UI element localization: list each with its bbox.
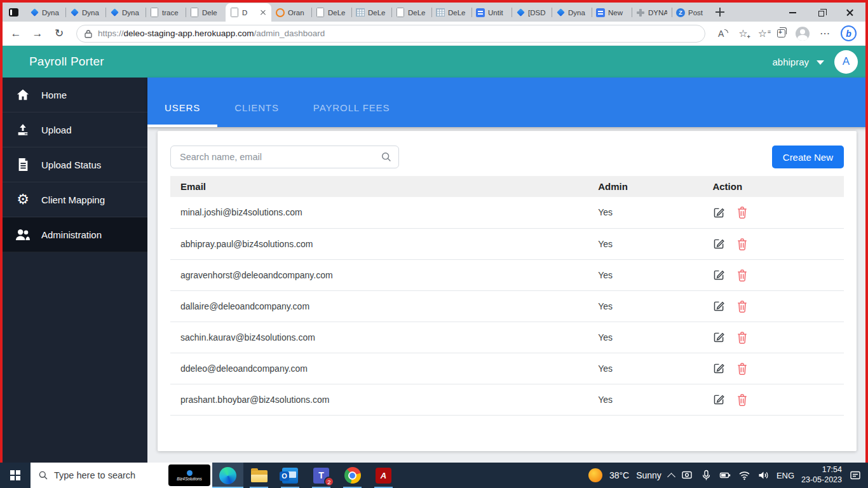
tab-actions-button[interactable] <box>5 4 22 20</box>
microphone-icon[interactable] <box>700 470 712 481</box>
add-favorite-icon[interactable]: ☆ <box>738 29 747 39</box>
browser-profile-icon[interactable] <box>796 27 810 41</box>
sidebar-item-label: Home <box>41 90 67 100</box>
tab-label: DeLe <box>448 9 467 17</box>
edit-button[interactable] <box>712 299 726 313</box>
tab-label: [DSD <box>528 9 547 17</box>
read-aloud-icon[interactable]: A <box>718 29 728 39</box>
favorites-icon[interactable]: ☆ <box>758 29 767 39</box>
edit-button[interactable] <box>712 268 726 281</box>
browser-tab-active[interactable]: D <box>226 3 271 22</box>
edit-button[interactable] <box>712 237 726 250</box>
taskbar-search[interactable]: Type here to search Biz4Solutions <box>31 463 212 488</box>
minimize-button[interactable] <box>778 3 807 22</box>
admin-cell: Yes <box>588 197 702 228</box>
delete-button[interactable] <box>736 237 749 251</box>
refresh-button[interactable]: ↻ <box>50 27 69 40</box>
address-bar[interactable]: https://deleo-staging-app.herokuapp.com/… <box>76 25 705 43</box>
taskbar-app-chrome[interactable] <box>337 463 368 488</box>
start-button[interactable] <box>0 463 31 488</box>
tab-label: PAYROLL FEES <box>313 102 390 113</box>
email-cell: ddeleo@deleoandcompany.com <box>170 353 588 384</box>
taskbar-app-edge[interactable] <box>212 463 243 488</box>
edit-button[interactable] <box>712 206 726 219</box>
time: 17:54 <box>822 465 842 474</box>
back-button[interactable]: ← <box>6 27 25 40</box>
delete-button[interactable] <box>736 393 749 407</box>
collections-icon[interactable] <box>777 29 785 37</box>
browser-tab[interactable]: Dyna <box>65 3 105 22</box>
forward-button[interactable]: → <box>28 27 47 40</box>
taskbar-search-placeholder: Type here to search <box>54 470 163 480</box>
sidebar-item-home[interactable]: Home <box>0 78 147 112</box>
taskbar-app-acrobat[interactable] <box>368 463 399 488</box>
browser-tab[interactable]: [DSD <box>512 3 552 22</box>
browser-tab[interactable]: Dele <box>186 3 226 22</box>
language-indicator[interactable]: ENG <box>776 471 794 480</box>
admin-cell: Yes <box>588 259 702 290</box>
weather-sun-icon[interactable] <box>588 468 602 482</box>
show-hidden-icons-icon[interactable] <box>667 473 675 481</box>
delete-button[interactable] <box>736 205 749 219</box>
delete-button[interactable] <box>736 362 749 376</box>
browser-tab[interactable]: Dyna <box>105 3 146 22</box>
browser-tab[interactable]: Untit <box>471 3 512 22</box>
browser-tab[interactable]: New <box>592 3 632 22</box>
email-cell: minal.joshi@biz4solutions.com <box>170 197 588 228</box>
edge-icon <box>219 467 236 484</box>
battery-icon[interactable] <box>719 470 731 481</box>
browser-tab[interactable]: Dyna <box>25 3 65 22</box>
wifi-icon[interactable] <box>738 470 750 481</box>
delete-button[interactable] <box>736 299 749 313</box>
meet-now-icon[interactable] <box>681 470 693 481</box>
weather-temp[interactable]: 38°C <box>609 470 629 480</box>
search-input[interactable] <box>170 146 399 168</box>
user-menu[interactable]: abhipray A <box>772 50 858 74</box>
edit-button[interactable] <box>712 362 726 375</box>
create-new-button[interactable]: Create New <box>772 146 844 168</box>
restore-button[interactable] <box>807 3 836 22</box>
action-center-icon[interactable] <box>849 470 862 482</box>
delete-button[interactable] <box>736 330 749 344</box>
more-menu-icon[interactable]: ⋯ <box>820 27 831 39</box>
sidebar-item-administration[interactable]: Administration <box>0 217 147 252</box>
browser-tab[interactable]: DeLe <box>431 3 471 22</box>
sidebar-item-upload[interactable]: Upload <box>0 112 147 147</box>
sidebar-item-upload-status[interactable]: Upload Status <box>0 147 147 182</box>
browser-tab[interactable]: DYNA <box>632 3 672 22</box>
browser-tab[interactable]: Post <box>672 3 712 22</box>
tab-payroll-fees[interactable]: PAYROLL FEES <box>296 78 407 127</box>
browser-tab[interactable]: DeLe <box>351 3 391 22</box>
edit-button[interactable] <box>712 393 726 406</box>
tab-close-icon[interactable] <box>259 9 267 17</box>
bing-chat-icon[interactable] <box>841 25 857 41</box>
speaker-icon[interactable] <box>757 470 770 481</box>
weather-condition[interactable]: Sunny <box>636 470 661 480</box>
edit-button[interactable] <box>712 330 726 344</box>
browser-tab[interactable]: Dyna <box>552 3 592 22</box>
document-icon <box>15 158 31 172</box>
new-tab-button[interactable] <box>712 4 728 20</box>
tab-label: Dyna <box>122 9 141 17</box>
tab-label: Dyna <box>82 9 101 17</box>
browser-tab[interactable]: Oran <box>271 3 311 22</box>
tab-users[interactable]: USERS <box>147 78 217 127</box>
page-favicon-icon <box>150 8 159 17</box>
browser-tab[interactable]: trace <box>146 3 186 22</box>
edit-icon <box>712 362 726 375</box>
admin-cell: Yes <box>588 228 702 259</box>
table-row: agravenhorst@deleoandcompany.com Yes <box>170 259 844 290</box>
taskbar-app-outlook[interactable] <box>275 463 306 488</box>
browser-tab[interactable]: DeLe <box>311 3 351 22</box>
taskbar-app-file-explorer[interactable] <box>243 463 275 488</box>
tab-clients[interactable]: CLIENTS <box>217 78 296 127</box>
taskbar-app-teams[interactable]: 2 <box>306 463 337 488</box>
system-tray: 38°C Sunny ENG 17:5423-05-2023 <box>588 463 868 488</box>
close-button[interactable] <box>836 3 864 22</box>
delete-button[interactable] <box>736 268 749 282</box>
sidebar-item-client-mapping[interactable]: Client Mapping <box>0 182 147 217</box>
clock[interactable]: 17:5423-05-2023 <box>801 465 842 485</box>
browser-tab[interactable]: DeLe <box>391 3 431 22</box>
avatar[interactable]: A <box>834 50 858 74</box>
email-cell: dallaire@deleoandcompany.com <box>170 290 588 322</box>
